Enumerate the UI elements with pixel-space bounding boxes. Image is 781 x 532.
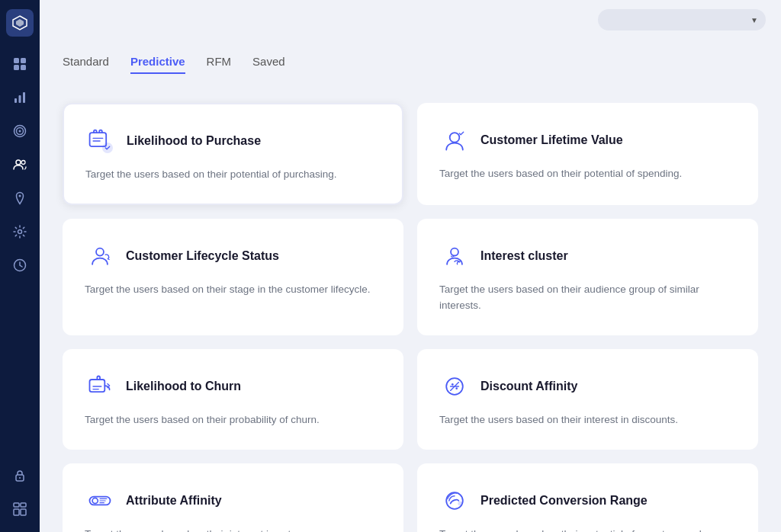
- svg-rect-8: [23, 92, 25, 103]
- svg-rect-6: [14, 98, 17, 103]
- sidebar-item-grid[interactable]: [6, 495, 34, 523]
- svg-rect-3: [21, 58, 26, 63]
- content-area: Standard Predictive RFM Saved: [40, 40, 781, 532]
- card-likelihood-to-purchase[interactable]: Likelihood to Purchase Target the users …: [63, 103, 403, 205]
- svg-point-18: [19, 477, 21, 479]
- svg-point-15: [18, 230, 22, 234]
- card-description: Target the users based on their audience…: [439, 282, 736, 313]
- svg-point-31: [455, 387, 458, 389]
- topbar: ▼: [40, 0, 781, 40]
- churn-icon: [85, 371, 115, 402]
- sidebar-item-users[interactable]: [6, 151, 34, 178]
- card-header: Interest cluster: [439, 241, 736, 271]
- svg-point-13: [21, 161, 25, 165]
- card-interest-cluster[interactable]: Interest cluster Target the users based …: [417, 219, 758, 335]
- card-description: Target the users based on their interest…: [85, 527, 381, 532]
- lifecycle-icon: [85, 241, 115, 271]
- card-header: Likelihood to Churn: [85, 371, 381, 402]
- card-title: Customer Lifecycle Status: [126, 249, 279, 263]
- svg-rect-2: [14, 58, 19, 63]
- svg-point-11: [19, 130, 21, 133]
- tab-rfm[interactable]: RFM: [207, 55, 232, 74]
- sidebar: [0, 0, 40, 532]
- main-content: ▼ Standard Predictive RFM Saved: [40, 0, 781, 532]
- discount-icon: [439, 371, 470, 402]
- card-description: Target the users based on their potentia…: [439, 166, 736, 181]
- svg-rect-7: [19, 95, 21, 103]
- sidebar-bottom: [6, 462, 34, 523]
- sidebar-item-location[interactable]: [6, 184, 34, 212]
- card-predicted-conversion-range[interactable]: Predicted Conversion Range Target the us…: [417, 463, 758, 532]
- svg-point-30: [452, 383, 454, 386]
- card-header: Customer Lifecycle Status: [85, 241, 381, 271]
- card-customer-lifetime-value[interactable]: Customer Lifetime Value Target the users…: [417, 103, 758, 205]
- card-description: Target the users based on their stage in…: [85, 282, 381, 297]
- card-header: Likelihood to Purchase: [85, 126, 381, 156]
- conversion-icon: [439, 486, 470, 516]
- card-header: Discount Affinity: [439, 371, 736, 402]
- svg-rect-28: [90, 380, 105, 392]
- svg-point-27: [451, 248, 458, 256]
- svg-rect-4: [14, 65, 19, 70]
- tab-predictive[interactable]: Predictive: [130, 55, 185, 74]
- tab-standard[interactable]: Standard: [63, 55, 109, 74]
- svg-point-12: [16, 160, 21, 165]
- card-description: Target the users based on their probabil…: [85, 412, 381, 428]
- card-description: Target the users based on their potentia…: [439, 527, 736, 532]
- sidebar-item-lock[interactable]: [6, 462, 34, 489]
- sidebar-item-settings[interactable]: [6, 218, 34, 245]
- sidebar-item-clock[interactable]: [6, 252, 34, 279]
- card-description: Target the users based on their interest…: [439, 412, 736, 428]
- svg-rect-20: [21, 503, 26, 507]
- card-title: Predicted Conversion Range: [480, 494, 648, 508]
- card-attribute-affinity[interactable]: Attribute Affinity Target the users base…: [63, 463, 403, 532]
- card-title: Attribute Affinity: [126, 494, 222, 508]
- svg-rect-19: [14, 503, 19, 507]
- tab-bar: Standard Predictive RFM Saved: [63, 40, 758, 89]
- card-grid: Likelihood to Purchase Target the users …: [63, 103, 758, 532]
- attribute-icon: [85, 486, 115, 516]
- card-title: Interest cluster: [480, 249, 568, 263]
- sidebar-item-target[interactable]: [6, 117, 34, 145]
- card-header: Attribute Affinity: [85, 486, 381, 516]
- account-dropdown[interactable]: ▼: [598, 9, 766, 30]
- card-discount-affinity[interactable]: Discount Affinity Target the users based…: [417, 349, 758, 450]
- svg-rect-5: [21, 65, 26, 70]
- svg-point-35: [458, 502, 462, 505]
- card-title: Likelihood to Purchase: [127, 134, 261, 148]
- svg-rect-22: [21, 509, 26, 515]
- card-title: Likelihood to Churn: [126, 380, 241, 393]
- purchase-icon: [85, 126, 116, 156]
- svg-point-33: [92, 498, 98, 503]
- app-logo[interactable]: [6, 9, 34, 37]
- card-description: Target the users based on their potentia…: [85, 167, 381, 182]
- interest-cluster-icon: [439, 241, 470, 271]
- tab-saved[interactable]: Saved: [252, 55, 285, 74]
- card-customer-lifecycle-status[interactable]: Customer Lifecycle Status Target the use…: [63, 219, 403, 335]
- svg-marker-1: [16, 19, 24, 27]
- sidebar-item-dashboard[interactable]: [6, 50, 34, 78]
- lifetime-value-icon: [439, 125, 470, 155]
- sidebar-item-analytics[interactable]: [6, 84, 34, 111]
- chevron-down-icon: ▼: [750, 16, 758, 24]
- card-title: Discount Affinity: [480, 380, 577, 393]
- svg-point-26: [96, 248, 104, 256]
- card-title: Customer Lifetime Value: [480, 133, 623, 147]
- svg-point-14: [19, 195, 21, 197]
- card-header: Customer Lifetime Value: [439, 125, 736, 155]
- card-likelihood-to-churn[interactable]: Likelihood to Churn Target the users bas…: [63, 349, 403, 450]
- svg-rect-21: [14, 509, 19, 515]
- card-header: Predicted Conversion Range: [439, 486, 736, 516]
- svg-point-25: [450, 133, 460, 143]
